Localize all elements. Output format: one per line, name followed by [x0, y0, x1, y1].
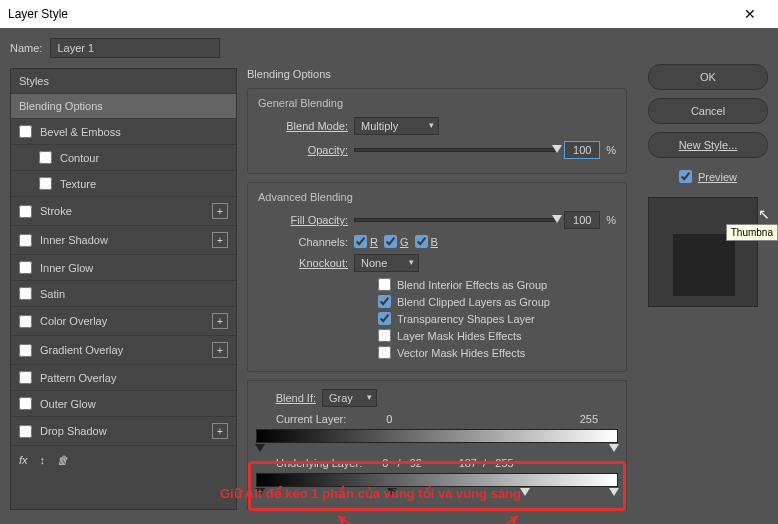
style-item-pattern-overlay[interactable]: Pattern Overlay [11, 365, 236, 391]
general-blending-group: General Blending Blend Mode: Multiply Op… [247, 88, 627, 174]
title-bar: Layer Style ✕ [0, 0, 778, 28]
chk-interior[interactable]: Blend Interior Effects as Group [378, 278, 616, 291]
layer-name-input[interactable] [50, 38, 220, 58]
opacity-input[interactable] [564, 141, 600, 159]
underlying-layer-label: Underlying Layer: [276, 457, 362, 469]
fx-menu[interactable]: fx [19, 454, 28, 466]
window-title: Layer Style [8, 7, 68, 21]
svg-line-0 [338, 516, 388, 524]
channel-g[interactable]: G [384, 235, 409, 248]
style-item-outer-glow[interactable]: Outer Glow [11, 391, 236, 417]
style-item-drop-shadow[interactable]: Drop Shadow+ [11, 417, 236, 446]
add-icon[interactable]: + [212, 313, 228, 329]
right-panel: OK Cancel New Style... Preview [648, 64, 768, 307]
underlying-values: 0 / 92 187 / 255 [382, 457, 513, 469]
blend-if-dropdown[interactable]: Gray [322, 389, 377, 407]
knockout-dropdown[interactable]: None [354, 254, 419, 272]
add-icon[interactable]: + [212, 232, 228, 248]
preview-thumbnail [648, 197, 758, 307]
svg-line-2 [468, 516, 518, 524]
trash-icon[interactable]: 🗑 [57, 454, 68, 466]
ok-button[interactable]: OK [648, 64, 768, 90]
blend-mode-label: Blend Mode: [258, 120, 348, 132]
name-label: Name: [10, 42, 42, 54]
styles-panel: Styles Blending OptionsBevel & EmbossCon… [10, 68, 237, 510]
annotation-text: Giữ Alt để kéo 1 phần của vùng tối và vù… [220, 486, 521, 501]
opacity-unit: % [606, 144, 616, 156]
channels-label: Channels: [258, 236, 348, 248]
advanced-blending-title: Advanced Blending [258, 191, 616, 203]
chk-layermask[interactable]: Layer Mask Hides Effects [378, 329, 616, 342]
style-item-gradient-overlay[interactable]: Gradient Overlay+ [11, 336, 236, 365]
advanced-blending-group: Advanced Blending Fill Opacity: % Channe… [247, 182, 627, 372]
tooltip: Thumbna [726, 224, 778, 241]
knockout-label: Knockout: [258, 257, 348, 269]
current-layer-slider[interactable] [256, 429, 618, 443]
chk-transparency[interactable]: Transparency Shapes Layer [378, 312, 616, 325]
chk-clipped[interactable]: Blend Clipped Layers as Group [378, 295, 616, 308]
chk-vectormask[interactable]: Vector Mask Hides Effects [378, 346, 616, 359]
channel-r[interactable]: R [354, 235, 378, 248]
close-button[interactable]: ✕ [730, 6, 770, 22]
style-item-stroke[interactable]: Stroke+ [11, 197, 236, 226]
fill-opacity-slider[interactable] [354, 218, 558, 222]
cancel-button[interactable]: Cancel [648, 98, 768, 124]
fill-opacity-label: Fill Opacity: [258, 214, 348, 226]
current-low: 0 [386, 413, 392, 425]
current-layer-label: Current Layer: [276, 413, 346, 425]
style-item-inner-glow[interactable]: Inner Glow [11, 255, 236, 281]
arrows-icon[interactable]: ↕ [40, 454, 46, 466]
blend-if-label: Blend If: [256, 392, 316, 404]
svg-marker-1 [338, 516, 346, 524]
blend-mode-dropdown[interactable]: Multiply [354, 117, 439, 135]
add-icon[interactable]: + [212, 342, 228, 358]
opacity-slider[interactable] [354, 148, 558, 152]
channel-b[interactable]: B [415, 235, 438, 248]
cursor-icon: ↖ [758, 206, 770, 222]
current-high: 255 [580, 413, 598, 425]
style-item-blending-options[interactable]: Blending Options [11, 94, 236, 119]
style-item-color-overlay[interactable]: Color Overlay+ [11, 307, 236, 336]
blending-options-panel: Blending Options General Blending Blend … [247, 68, 627, 510]
style-item-texture[interactable]: Texture [11, 171, 236, 197]
new-style-button[interactable]: New Style... [648, 132, 768, 158]
underlying-layer-slider[interactable] [256, 473, 618, 487]
general-blending-title: General Blending [258, 97, 616, 109]
preview-checkbox[interactable]: Preview [648, 170, 768, 183]
fill-unit: % [606, 214, 616, 226]
style-item-inner-shadow[interactable]: Inner Shadow+ [11, 226, 236, 255]
style-item-satin[interactable]: Satin [11, 281, 236, 307]
styles-header: Styles [11, 69, 236, 94]
style-item-contour[interactable]: Contour [11, 145, 236, 171]
fill-opacity-input[interactable] [564, 211, 600, 229]
section-title: Blending Options [247, 68, 627, 80]
add-icon[interactable]: + [212, 423, 228, 439]
add-icon[interactable]: + [212, 203, 228, 219]
opacity-label: Opacity: [258, 144, 348, 156]
style-item-bevel-emboss[interactable]: Bevel & Emboss [11, 119, 236, 145]
svg-marker-3 [510, 516, 518, 524]
